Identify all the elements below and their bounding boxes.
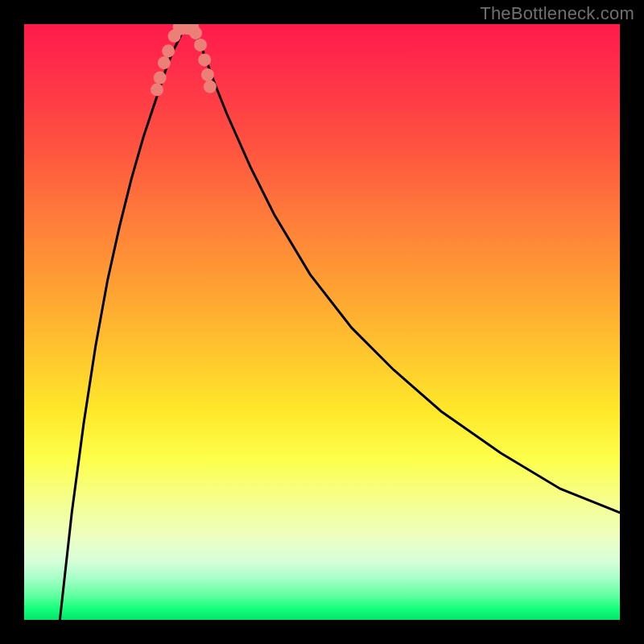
- bead: [198, 53, 211, 66]
- bead: [151, 83, 163, 96]
- bead: [162, 44, 175, 57]
- plot-area: [24, 24, 620, 620]
- bottleneck-curve: [60, 27, 620, 620]
- bead: [194, 39, 207, 52]
- bead: [201, 68, 214, 81]
- hotspot-beads: [151, 24, 217, 96]
- bead: [154, 72, 167, 85]
- watermark-text: TheBottleneck.com: [480, 3, 634, 24]
- frame: TheBottleneck.com: [0, 0, 644, 644]
- curve-svg: [24, 24, 620, 620]
- bead: [204, 80, 217, 93]
- bead: [158, 56, 171, 69]
- bead: [189, 27, 202, 39]
